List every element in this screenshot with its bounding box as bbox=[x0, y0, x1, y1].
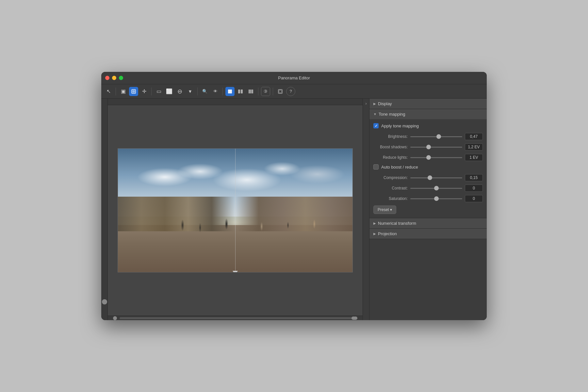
numerical-transform-arrow-icon: ▶ bbox=[373, 221, 376, 225]
right-panel: ▶ Display ▼ Tone mapping Apply tone mapp… bbox=[369, 99, 487, 320]
dropdown-button[interactable]: ▾ bbox=[186, 87, 195, 96]
toolbar-separator-6 bbox=[273, 88, 273, 95]
tone-mapping-section: ▼ Tone mapping Apply tone mapping Bright… bbox=[369, 109, 487, 218]
apply-tone-mapping-row: Apply tone mapping bbox=[373, 123, 483, 128]
toolbar-separator-5 bbox=[258, 88, 258, 95]
tone-mapping-section-label: Tone mapping bbox=[379, 112, 405, 117]
scrollbar-left-handle[interactable] bbox=[113, 316, 117, 320]
window-title: Panorama Editor bbox=[278, 75, 310, 80]
layer-tool-1-button[interactable]: ▣ bbox=[119, 87, 128, 96]
boost-shadows-value[interactable]: 1,2 EV bbox=[465, 143, 483, 151]
tone-mapping-content: Apply tone mapping Brightness: 0,47 Boos… bbox=[369, 119, 487, 218]
tone-mapping-section-header[interactable]: ▼ Tone mapping bbox=[369, 109, 487, 119]
svg-rect-5 bbox=[249, 90, 250, 93]
zoom-in-button[interactable]: 🔍 bbox=[200, 87, 209, 96]
reduce-lights-thumb[interactable] bbox=[426, 155, 431, 160]
panel-toggle-arrow: › bbox=[366, 101, 367, 106]
brightness-row: Brightness: 0,47 bbox=[373, 133, 483, 140]
display-section-label: Display bbox=[378, 101, 392, 106]
svg-rect-7 bbox=[252, 90, 253, 93]
titlebar: Panorama Editor bbox=[101, 72, 487, 84]
view-split-button[interactable] bbox=[236, 87, 245, 96]
help-button[interactable]: ? bbox=[286, 87, 295, 96]
view-single-button[interactable] bbox=[225, 87, 235, 96]
saturation-label: Saturation: bbox=[373, 196, 408, 201]
crosshair-tool-button[interactable]: ✛ bbox=[139, 87, 149, 96]
display-arrow-icon: ▶ bbox=[373, 102, 376, 106]
panel-toggle-button[interactable]: › bbox=[363, 99, 369, 320]
toolbar-separator-2 bbox=[151, 88, 152, 95]
toolbar-separator-1 bbox=[116, 88, 116, 95]
reduce-lights-slider[interactable] bbox=[410, 157, 462, 158]
svg-rect-1 bbox=[132, 90, 135, 93]
scrollbar-thumb[interactable] bbox=[351, 317, 357, 320]
tone-mapping-arrow-icon: ▼ bbox=[373, 112, 377, 116]
minus-circle-button[interactable]: ⊖ bbox=[175, 87, 184, 96]
compression-value[interactable]: 0,15 bbox=[465, 174, 483, 181]
auto-boost-checkbox[interactable] bbox=[373, 164, 379, 170]
reduce-lights-label: Reduce lights: bbox=[373, 155, 408, 160]
main-window: Panorama Editor ↖ ▣ ✛ ▭ ⬜ ⊖ ▾ 🔍 👁 bbox=[101, 72, 487, 320]
display-section-header[interactable]: ▶ Display bbox=[369, 99, 487, 109]
maximize-button[interactable] bbox=[119, 76, 123, 80]
auto-boost-row: Auto boost / reduce bbox=[373, 164, 483, 170]
layer-tool-2-button[interactable] bbox=[129, 87, 138, 96]
apply-tone-mapping-checkbox[interactable] bbox=[373, 123, 379, 128]
saturation-slider[interactable] bbox=[410, 198, 462, 199]
scrollbar-bottom bbox=[108, 316, 363, 320]
compression-slider[interactable] bbox=[410, 177, 462, 178]
rect-tool-button[interactable]: ▭ bbox=[154, 87, 163, 96]
contrast-row: Contrast: 0 bbox=[373, 185, 483, 192]
saturation-thumb[interactable] bbox=[434, 196, 439, 201]
brightness-label: Brightness: bbox=[373, 134, 408, 139]
svg-rect-9 bbox=[279, 90, 282, 93]
boost-shadows-row: Boost shadows: 1,2 EV bbox=[373, 143, 483, 151]
compression-thumb[interactable] bbox=[428, 175, 432, 180]
minimize-button[interactable] bbox=[112, 76, 116, 80]
close-button[interactable] bbox=[105, 76, 109, 80]
preset-button[interactable]: Preset ▾ bbox=[373, 205, 396, 214]
traffic-lights bbox=[105, 76, 123, 80]
panorama-image bbox=[118, 148, 353, 272]
num3-button[interactable]: ③ bbox=[261, 87, 270, 96]
toolbar-separator-4 bbox=[222, 88, 223, 95]
brightness-slider[interactable] bbox=[410, 136, 462, 137]
view-triple-button[interactable] bbox=[246, 87, 255, 96]
contrast-thumb[interactable] bbox=[434, 186, 439, 190]
auto-boost-label: Auto boost / reduce bbox=[381, 165, 418, 170]
numerical-transform-section[interactable]: ▶ Numerical transform bbox=[369, 218, 487, 229]
boost-shadows-thumb[interactable] bbox=[426, 145, 431, 149]
projection-section[interactable]: ▶ Projection bbox=[369, 229, 487, 239]
svg-rect-4 bbox=[241, 90, 243, 93]
svg-rect-6 bbox=[250, 90, 252, 93]
saturation-value[interactable]: 0 bbox=[465, 195, 483, 202]
preset-button-label: Preset ▾ bbox=[378, 207, 392, 212]
brightness-value[interactable]: 0,47 bbox=[465, 133, 483, 140]
select-tool-button[interactable]: ↖ bbox=[104, 87, 113, 96]
brightness-thumb[interactable] bbox=[436, 134, 441, 139]
pano-people bbox=[165, 213, 341, 238]
ruler-top bbox=[108, 99, 363, 105]
projection-arrow-icon: ▶ bbox=[373, 232, 376, 236]
projection-label: Projection bbox=[378, 231, 397, 236]
view-button[interactable]: 👁 bbox=[211, 87, 220, 96]
contrast-value[interactable]: 0 bbox=[465, 185, 483, 192]
svg-rect-2 bbox=[228, 90, 232, 93]
export-button[interactable] bbox=[276, 87, 285, 96]
canvas-area bbox=[108, 99, 363, 320]
saturation-row: Saturation: 0 bbox=[373, 195, 483, 202]
svg-rect-3 bbox=[238, 90, 240, 93]
scrollbar-track[interactable] bbox=[120, 317, 357, 319]
compression-label: Compression: bbox=[373, 175, 408, 180]
cylinder-tool-button[interactable]: ⬜ bbox=[165, 87, 174, 96]
pano-triangle-marker bbox=[233, 271, 238, 272]
boost-shadows-label: Boost shadows: bbox=[373, 145, 408, 149]
image-viewport[interactable] bbox=[108, 105, 363, 316]
contrast-slider[interactable] bbox=[410, 188, 462, 189]
reduce-lights-row: Reduce lights: 1 EV bbox=[373, 154, 483, 161]
compression-row: Compression: 0,15 bbox=[373, 174, 483, 181]
reduce-lights-value[interactable]: 1 EV bbox=[465, 154, 483, 161]
numerical-transform-label: Numerical transform bbox=[378, 221, 416, 226]
boost-shadows-slider[interactable] bbox=[410, 147, 462, 148]
ruler-left-handle[interactable] bbox=[102, 299, 107, 304]
